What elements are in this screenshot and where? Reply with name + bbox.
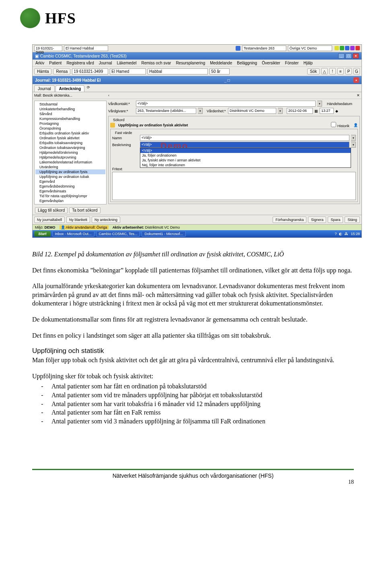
menu-resursplanering[interactable]: Resursplanering (175, 60, 206, 66)
tree-node[interactable]: Uppföljning av ordination fysis (35, 169, 105, 174)
journal-close[interactable]: × (353, 77, 359, 83)
del-keyword-button[interactable]: Ta bort sökord (69, 207, 100, 213)
vardgivare-select[interactable]: 263, Testanvändare (utbildni... (136, 108, 196, 114)
tree-node[interactable]: Läkemedelsrelaterad information (35, 160, 105, 165)
stang-button[interactable]: Stäng (345, 217, 360, 223)
tray-icon[interactable]: 🖧 (345, 232, 348, 236)
tab-anteckning[interactable]: Anteckning (55, 85, 84, 92)
tab-journal[interactable]: Journal (34, 85, 55, 92)
historik-checkbox[interactable]: Historik (331, 122, 349, 128)
ny-journaltabell-button[interactable]: Ny journaltabell (34, 217, 65, 223)
calendar-icon[interactable]: ▦ (314, 109, 318, 113)
ny-blankett-button[interactable]: Ny blankett (66, 217, 90, 223)
close-button[interactable]: × (353, 53, 359, 59)
tray-icon[interactable]: ◐ (339, 232, 342, 236)
time-input[interactable]: 13:27 (320, 108, 334, 114)
tree-node[interactable]: Ordination tobaksavvänjning (35, 145, 105, 150)
add-keyword-button[interactable]: Lägg till sökord (35, 207, 68, 213)
menu-patient[interactable]: Patient (48, 60, 63, 66)
bullet-text: Antal patienter som har fått en ordinati… (51, 382, 207, 391)
vardkontakt-select[interactable]: <Välj> (136, 101, 316, 107)
maximize-button[interactable]: □ (345, 53, 352, 59)
patient-id-field[interactable]: 19 610321-3499 (34, 45, 62, 51)
start-button[interactable]: Start (34, 231, 51, 237)
p-button[interactable]: P (345, 68, 352, 74)
tree-node[interactable]: Stödsamtal (35, 102, 105, 107)
dropdown-icon[interactable]: ▾ (278, 108, 283, 114)
dropdown-option[interactable]: <Välj> (140, 148, 351, 153)
fritext-textarea[interactable] (112, 172, 356, 200)
lastname-input[interactable]: Habbal (148, 68, 208, 74)
minimize-button[interactable]: _ (338, 53, 345, 59)
g-button[interactable]: G (353, 68, 360, 74)
person-icon[interactable]: 👤 (353, 123, 358, 127)
menu-beläggning[interactable]: Beläggning (236, 60, 258, 66)
menu-läkemedel[interactable]: Läkemedel (116, 60, 138, 66)
menu-översikter[interactable]: Översikter (261, 60, 281, 66)
dropdown-option[interactable]: Ja, fysiskt aktiv men i annan aktivitet (140, 158, 351, 163)
ny-anteckning-button[interactable]: Ny anteckning (92, 217, 120, 223)
info-icon[interactable] (236, 46, 240, 51)
menu-fönster[interactable]: Fönster (284, 60, 300, 66)
task-cosmic[interactable]: Cambio COSMIC, Tes... (96, 231, 140, 237)
vardenhet-select[interactable]: Distriktmott VC Demo (228, 108, 276, 114)
tree-node[interactable]: Provtagning (35, 121, 105, 126)
forhandsgranska-button[interactable]: Förhandsgranska (273, 217, 306, 223)
menu-journal[interactable]: Journal (98, 60, 113, 66)
pnr-input[interactable]: 19 610321-3499 (72, 68, 108, 74)
tree-node[interactable]: Utvärdering (35, 165, 105, 169)
date-input[interactable]: 2012-02-06 (287, 108, 313, 114)
tree-node[interactable]: Urinkateterbehandling (35, 107, 105, 111)
alert-icon[interactable]: △ (321, 68, 328, 74)
spara-button[interactable]: Spara (328, 217, 343, 223)
tree-node[interactable]: Öronspolning (35, 126, 105, 131)
dropdown-option[interactable]: Ja, följer ordinationen (140, 153, 351, 158)
tree-node[interactable]: Hjälpmedelsutprovning (35, 155, 105, 160)
tree-node[interactable]: Egenvård (35, 179, 105, 184)
menu-meddelande[interactable]: Meddelande (209, 60, 233, 66)
tree-node[interactable]: Erbjudits tobaksavvänjning (35, 140, 105, 145)
list-icon[interactable]: ≡ (337, 68, 344, 74)
tree-node[interactable]: Tid för nästa uppföljning/ompr (35, 194, 105, 198)
tree-node[interactable]: Egenvårdsinsats (35, 189, 105, 194)
firstname-input[interactable]: El Hamed (110, 68, 146, 74)
dropdown-icon[interactable]: ▾ (351, 142, 356, 148)
hamta-button[interactable]: Hämta (34, 68, 51, 74)
tab-refresh-icon[interactable]: ⟳ (87, 85, 90, 92)
sok-button[interactable]: Sök (307, 68, 320, 74)
signera-button[interactable]: Signera (308, 217, 326, 223)
beskrivning-dropdown-list[interactable]: <Välj>Ja, följer ordinationenJa, fysiskt… (140, 148, 351, 168)
dropdown-icon[interactable]: ▾ (351, 135, 356, 141)
task-word[interactable]: Dokument1 - Microsof... (142, 231, 186, 237)
tree-node[interactable]: Uppföljning av ordination tobak (35, 174, 105, 179)
dropdown-icon[interactable]: ▾ (198, 108, 203, 114)
journal-minimize[interactable]: _ □ (224, 78, 230, 83)
keyword-tree[interactable]: StödsamtalUrinkateterbehandlingSårvårdKo… (34, 101, 107, 204)
tree-node[interactable]: Egenvårdsbedömning (35, 184, 105, 189)
bullet-text: Antal patienter som har varit tobaksfria… (51, 400, 261, 409)
menu-registrera vård[interactable]: Registrera vård (65, 60, 95, 66)
tree-node[interactable]: Erbjudits ordination fysisk aktiv (35, 131, 105, 136)
tree-node[interactable]: Sårvård (35, 111, 105, 116)
patient-name-field[interactable]: El Hamed Habbal (64, 45, 108, 51)
info-icon-2[interactable]: ! (329, 68, 336, 74)
task-outlook[interactable]: Inbox - Microsoft Out... (52, 231, 94, 237)
close-panel-icon[interactable]: ✕ (357, 93, 360, 97)
menu-arkiv[interactable]: Arkiv (34, 60, 45, 66)
nav-prev-icon[interactable]: ‹ (108, 93, 109, 97)
menu-hjälp[interactable]: Hjälp (302, 60, 314, 66)
age-input[interactable]: 50 år (209, 68, 230, 74)
time-spinner-icon[interactable]: ◆ (335, 109, 338, 113)
tree-node[interactable]: Ordination fysisk aktivitet (35, 136, 105, 140)
uppfoljning-title: Uppföljning av ordination fysisk aktivit… (118, 123, 188, 127)
beskrivning-select[interactable]: <Välj> (140, 142, 349, 148)
rensa-button[interactable]: Rensa (53, 68, 70, 74)
dropdown-option[interactable]: Nej, följer inte ordinationen (140, 163, 351, 167)
dropdown-icon[interactable]: ▾ (317, 101, 322, 107)
menu-remiss och svar[interactable]: Remiss och svar (140, 60, 172, 66)
tree-node[interactable]: Hjälpmedelsförskrivning (35, 150, 105, 155)
tray-icon[interactable]: ? (335, 232, 337, 236)
tree-node[interactable]: Kompressionsbehandling (35, 116, 105, 121)
namn-select[interactable]: <Välj> (140, 135, 349, 141)
tree-node[interactable]: Egenvårdsplan (35, 198, 105, 203)
